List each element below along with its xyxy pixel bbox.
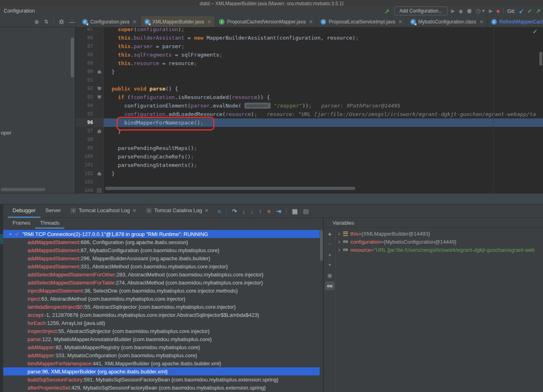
code-line[interactable]: 101 parsePendingStatements(); bbox=[75, 161, 543, 169]
line-number[interactable]: 104 bbox=[75, 186, 95, 193]
stack-frame-row[interactable]: accept:-1, 212870676 {com.baomidou.mybat… bbox=[3, 311, 320, 319]
move-up-icon[interactable]: ▲ bbox=[324, 253, 336, 257]
code-line[interactable]: 86 this.builderAssistant = new MapperBui… bbox=[75, 34, 543, 42]
stack-frame-row[interactable]: afterPropertiesSet:429, MybatisSqlSessio… bbox=[3, 384, 320, 392]
fold-open-icon[interactable] bbox=[98, 87, 101, 91]
run-button[interactable]: ▶ bbox=[451, 8, 455, 13]
stack-frame-row[interactable]: addMappedStatement:331, AbstractMethod {… bbox=[3, 262, 320, 270]
line-number[interactable]: 93 bbox=[75, 93, 95, 101]
left-panel-horizontal-scrollbar[interactable] bbox=[1, 188, 45, 191]
editor-tab[interactable]: CMybatisConfiguration.class✕ bbox=[407, 16, 488, 27]
fold-gutter[interactable] bbox=[95, 127, 104, 135]
line-number[interactable]: 101 bbox=[75, 161, 95, 169]
line-number[interactable]: 96 bbox=[75, 118, 95, 127]
debugger-tab[interactable]: ›Tomcat Catalina Log✕ bbox=[141, 204, 214, 218]
code-line[interactable]: 100 parsePendingCacheRefs(); bbox=[75, 152, 543, 161]
editor-vertical-scrollbar[interactable] bbox=[539, 52, 542, 65]
debugger-tab[interactable]: ›Tomcat Localhost Log✕ bbox=[66, 204, 141, 218]
variable-row[interactable]: ›this = {XMLMapperBuilder@14493} bbox=[338, 230, 430, 238]
editor-tab[interactable]: CProposalLocalServiceImpl.java✕ bbox=[317, 16, 406, 27]
stack-frame-row[interactable]: bindMapperForNamespace:441, XMLMapperBui… bbox=[3, 359, 320, 367]
chevron-down-icon[interactable]: › bbox=[8, 233, 14, 235]
tab-threads[interactable]: Threads bbox=[35, 218, 64, 229]
code-line[interactable]: 91 bbox=[75, 76, 543, 84]
fold-gutter[interactable] bbox=[95, 34, 104, 42]
step-over-icon[interactable]: ↷ bbox=[232, 208, 237, 214]
code-line[interactable]: 93 if (!configuration.isResourceLoaded(r… bbox=[75, 93, 543, 101]
fold-gutter[interactable] bbox=[95, 59, 104, 67]
collapse-icon[interactable]: ⇅ bbox=[44, 19, 49, 24]
tab-frames[interactable]: Frames bbox=[8, 218, 35, 229]
editor-tab[interactable]: IProposalCachedVersionMapper.java✕ bbox=[215, 16, 317, 27]
line-number[interactable]: 89 bbox=[75, 59, 95, 67]
fold-gutter[interactable] bbox=[95, 67, 104, 76]
fold-gutter[interactable] bbox=[95, 42, 104, 51]
inspection-ok-check-icon[interactable]: ✓ bbox=[532, 28, 538, 35]
code-line[interactable]: 103 bbox=[75, 178, 543, 186]
fold-gutter[interactable] bbox=[95, 51, 104, 59]
step-out-icon[interactable]: ↑ bbox=[259, 208, 262, 214]
copy-icon[interactable]: ▣ bbox=[324, 273, 336, 278]
stack-frame-row[interactable]: forEach:1259, ArrayList {java.util} bbox=[3, 319, 320, 327]
layout-icon[interactable]: ▤ bbox=[303, 208, 309, 214]
fold-gutter[interactable] bbox=[95, 178, 104, 186]
code-line[interactable]: 89 this.resource = resource; bbox=[75, 59, 543, 67]
editor-tab[interactable]: CConfiguration.java✕ bbox=[78, 16, 141, 27]
line-number[interactable]: 100 bbox=[75, 152, 95, 161]
stack-frame-row[interactable]: addMappedStatement:296, MapperBuilderAss… bbox=[3, 254, 320, 262]
show-watches-icon[interactable]: oo bbox=[325, 281, 335, 290]
drop-frame-icon[interactable]: × bbox=[267, 208, 271, 214]
step-into-icon[interactable]: ↓ bbox=[242, 208, 246, 214]
close-icon[interactable]: ✕ bbox=[309, 19, 313, 25]
line-number[interactable]: 87 bbox=[75, 42, 95, 51]
stack-frame-row[interactable]: addMappedStatement:686, Configuration {o… bbox=[3, 238, 320, 246]
debugger-tab[interactable]: Debugger bbox=[8, 204, 40, 218]
stack-frame-row[interactable]: addMapper:103, MybatisConfiguration {com… bbox=[3, 351, 320, 359]
chevron-right-icon[interactable]: › bbox=[338, 230, 340, 237]
git-commit-check-icon[interactable]: ✓ bbox=[528, 8, 532, 14]
fold-gutter[interactable] bbox=[95, 101, 104, 110]
frames-scrollbar[interactable] bbox=[320, 230, 323, 261]
chevron-right-icon[interactable]: › bbox=[338, 247, 340, 253]
close-icon[interactable]: ✕ bbox=[479, 19, 484, 25]
fold-gutter[interactable] bbox=[95, 118, 104, 127]
code-editor[interactable]: 85 super(configuration);86 this.builderA… bbox=[75, 27, 543, 193]
remove-icon[interactable]: − bbox=[324, 241, 336, 247]
stack-frame-row[interactable]: lambda$inspectInject$0:55, AbstractSqlIn… bbox=[3, 303, 320, 311]
stack-frame-row[interactable]: parse:96, XMLMapperBuilder {org.apache.i… bbox=[3, 367, 320, 375]
code-line[interactable]: 92 public void parse() { bbox=[75, 84, 543, 93]
editor-tab[interactable]: CXMLMapperBuilder.java✕ bbox=[141, 16, 215, 27]
fold-gutter[interactable] bbox=[95, 152, 104, 161]
line-number[interactable]: 91 bbox=[75, 76, 95, 84]
debugger-tab[interactable]: Server bbox=[40, 204, 66, 218]
line-number[interactable]: 103 bbox=[75, 178, 95, 186]
debug-bug-icon[interactable] bbox=[458, 8, 463, 14]
fold-gutter[interactable] bbox=[95, 110, 104, 118]
fold-gutter[interactable] bbox=[95, 135, 104, 144]
tool-window-stripe-button[interactable] bbox=[0, 234, 3, 244]
move-down-icon[interactable]: ▼ bbox=[324, 263, 336, 267]
add-icon[interactable]: + bbox=[324, 231, 336, 238]
line-number[interactable]: 99 bbox=[75, 144, 95, 152]
left-panel-vertical-scrollbar[interactable] bbox=[71, 38, 74, 78]
coverage-shield-icon[interactable] bbox=[467, 8, 472, 14]
fold-gutter[interactable] bbox=[95, 93, 104, 101]
code-line[interactable]: 87 this.parser = parser; bbox=[75, 42, 543, 51]
thread-row[interactable]: ›✓"RMI TCP Connection(2)-127.0.0.1"@1,87… bbox=[3, 230, 320, 238]
fold-end-icon[interactable] bbox=[98, 70, 101, 74]
stack-frame-row[interactable]: buildSqlSessionFactory:591, MybatisSqlSe… bbox=[3, 375, 320, 384]
line-number[interactable]: 88 bbox=[75, 51, 95, 59]
close-icon[interactable]: ✕ bbox=[132, 208, 136, 213]
code-line[interactable]: 98 bbox=[75, 135, 543, 144]
gear-icon[interactable] bbox=[59, 19, 64, 25]
line-number[interactable]: 94 bbox=[75, 101, 95, 110]
close-icon[interactable]: ✕ bbox=[399, 19, 403, 25]
stack-frame-row[interactable]: parse:122, MybatisMapperAnnotationBuilde… bbox=[3, 335, 320, 343]
rerun-button[interactable]: ▶ bbox=[489, 8, 492, 13]
close-icon[interactable]: ✕ bbox=[133, 19, 137, 25]
close-icon[interactable]: ✕ bbox=[207, 19, 211, 25]
code-line[interactable]: 90 } bbox=[75, 67, 543, 76]
fold-gutter[interactable] bbox=[95, 161, 104, 169]
fold-gutter[interactable] bbox=[95, 27, 104, 34]
code-line[interactable]: 99 parsePendingResultMaps(); bbox=[75, 144, 543, 152]
